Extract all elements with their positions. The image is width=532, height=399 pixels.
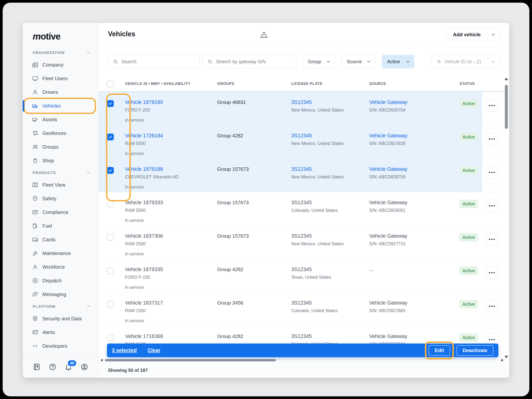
sidebar-item-messaging[interactable]: Messaging [25,287,95,301]
row-actions-button[interactable]: ••• [486,99,498,112]
source-link[interactable]: Vehicle Gateway [369,333,407,339]
license-plate-link[interactable]: 3S12345 [291,333,312,339]
row-checkbox[interactable] [107,100,114,107]
row-checkbox[interactable] [107,301,114,308]
guide-icon[interactable] [33,363,41,371]
table-row-vehicle-1879333[interactable]: Vehicle 1879333 RAM 5500 In service Grou… [98,192,506,226]
vehicle-id-link[interactable]: Vehicle 1879188 [125,166,163,172]
sidebar-item-groups[interactable]: Groups [25,140,95,154]
sidebar-item-dispatch[interactable]: Dispatch [25,274,95,287]
selected-count-link[interactable]: 3 selected [112,348,137,353]
row-checkbox[interactable] [107,133,114,140]
sidebar-item-developers[interactable]: Developers [25,339,95,353]
sidebar-item-security-and-data[interactable]: Security and Data [25,312,95,325]
sidebar-item-fleet-users[interactable]: Fleet Users [25,72,95,85]
notifications-icon[interactable]: 40 [64,363,72,371]
table-row-vehicle-1837317[interactable]: Vehicle 1837317 RAM 1500 In service Grou… [98,292,506,326]
table-row-vehicle-1726184[interactable]: Vehicle 1726184 RAM 5500 In service Grou… [98,125,506,159]
sidebar-item-drivers[interactable]: Drivers [25,85,95,99]
row-actions-button[interactable]: ••• [486,233,498,245]
vehicle-id-link[interactable]: Vehicle 1879333 [125,200,163,206]
scroll-right-arrow[interactable] [501,359,504,362]
license-plate-link[interactable]: 3S12345 [291,99,312,105]
license-plate-link[interactable]: 3S12345 [291,300,312,306]
vehicle-id-link[interactable]: Vehicle 1879180 [125,99,163,105]
vehicle-id-link[interactable]: Vehicle 1837317 [125,300,163,306]
table-row-vehicle-1879188[interactable]: Vehicle 1879188 CHEVROLET Silverado HD I… [98,159,506,192]
vertical-scrollbar[interactable] [504,77,508,358]
sidebar-item-shop[interactable]: Shop [25,154,95,167]
source-link[interactable]: Vehicle Gateway [369,233,407,239]
sidebar-item-workforce[interactable]: Workforce [25,260,95,274]
table-row-vehicle-1879335[interactable]: Vehicle 1879335 FORD F-150 In service Gr… [98,259,506,292]
source-link[interactable]: Vehicle Gateway [369,300,407,306]
chevron-up-icon[interactable] [86,50,91,55]
row-actions-button[interactable]: ••• [486,133,498,145]
deactivate-button[interactable]: Deactivate [456,345,494,356]
source-link[interactable]: Vehicle Gateway [369,200,407,206]
license-plate-link[interactable]: 3S12345 [291,166,312,172]
source-link[interactable]: Vehicle Gateway [369,133,407,139]
scroll-down-arrow[interactable] [504,356,508,358]
geofences-icon [32,130,38,136]
sidebar-item-alerts[interactable]: Alerts [25,325,95,339]
vehicle-id-link[interactable]: Vehicle 1716368 [125,333,163,339]
vehicle-group: Group 4282 [217,333,284,339]
horizontal-scrollbar[interactable] [100,359,506,362]
status-filter-dropdown[interactable]: Active [382,55,414,68]
source-filter-dropdown[interactable]: Source [342,55,375,68]
sidebar-item-vehicles[interactable]: Vehicles [25,99,95,113]
horizontal-scroll-thumb[interactable] [105,359,276,361]
sidebar-item-company[interactable]: Company [25,58,95,72]
row-actions-button[interactable]: ••• [486,200,498,212]
gateway-search-field [203,55,296,68]
license-plate-link[interactable]: 3S12345 [291,266,312,272]
vehicle-id-link[interactable]: Vehicle 1879335 [125,266,163,272]
clear-selection-link[interactable]: Clear [148,348,161,353]
gateway-search-input[interactable] [216,59,291,64]
sidebar-item-safety[interactable]: Safety [25,192,95,205]
scroll-up-arrow[interactable] [504,77,508,80]
vehicle-id-link[interactable]: Vehicle 1837306 [125,233,163,239]
help-icon[interactable] [49,363,57,371]
search-input[interactable] [121,59,195,64]
sort-dropdown[interactable]: Vehicle ID (A→Z) [432,55,500,68]
row-checkbox[interactable] [107,167,114,174]
chevron-up-icon[interactable] [86,304,91,309]
row-actions-button[interactable]: ••• [486,166,498,178]
sidebar-item-label: Dispatch [42,278,62,284]
account-icon[interactable] [80,363,88,371]
vehicle-id-link[interactable]: Vehicle 1726184 [125,133,163,139]
sidebar-item-geofences[interactable]: Geofences [25,126,95,140]
maintenance-icon [32,250,38,256]
row-checkbox[interactable] [107,267,114,274]
sidebar-item-compliance[interactable]: Compliance [25,205,95,219]
license-plate-link[interactable]: 3S12345 [291,200,312,206]
row-checkbox[interactable] [107,200,114,207]
alerts-icon [32,329,38,336]
table-row-vehicle-1879180[interactable]: Vehicle 1879180 FORD F-250 In service Gr… [98,92,506,125]
row-actions-button[interactable]: ••• [486,266,498,279]
chevron-up-icon[interactable] [86,170,91,175]
add-vehicle-main[interactable]: Add vehicle [446,28,487,41]
row-checkbox[interactable] [107,334,114,341]
sidebar-item-fleet-view[interactable]: Fleet View [25,178,95,192]
sidebar-item-cards[interactable]: Cards [25,233,95,247]
group-filter-dropdown[interactable]: Group [303,55,335,68]
page-title: Vehicles [108,30,135,38]
sidebar-item-assets[interactable]: Assets [25,113,95,126]
sidebar-item-fuel[interactable]: Fuel [25,219,95,233]
edit-button[interactable]: Edit [429,345,450,356]
row-actions-button[interactable]: ••• [486,300,498,312]
license-plate-link[interactable]: 3S12345 [291,233,312,239]
scroll-left-arrow[interactable] [100,359,103,362]
select-all-checkbox[interactable] [107,80,114,87]
table-row-vehicle-1837306[interactable]: Vehicle 1837306 RAM 2500 In service Grou… [98,226,506,259]
vertical-scroll-thumb[interactable] [505,85,508,129]
sidebar-item-maintenance[interactable]: Maintenance [25,247,95,260]
source-link[interactable]: Vehicle Gateway [369,99,407,105]
source-link[interactable]: Vehicle Gateway [369,166,407,172]
license-plate-link[interactable]: 3S12345 [291,133,312,139]
row-checkbox[interactable] [107,234,114,241]
add-vehicle-caret[interactable] [487,28,499,41]
